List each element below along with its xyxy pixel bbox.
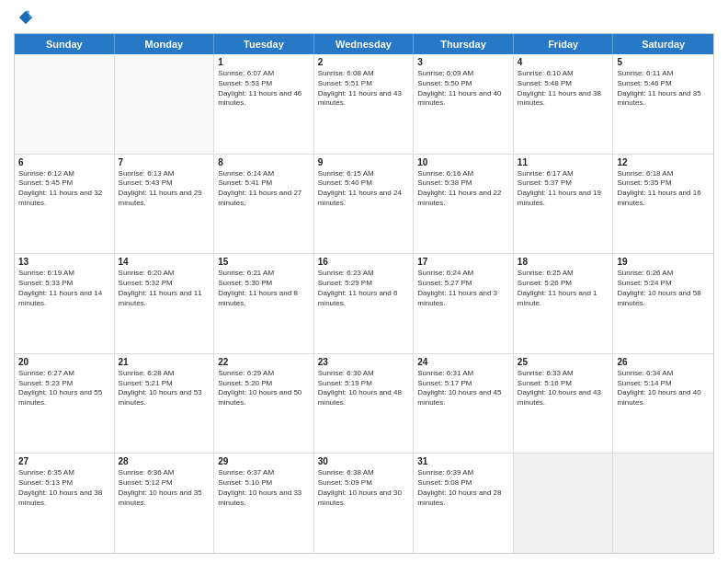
cell-info: Sunrise: 6:18 AM Sunset: 5:35 PM Dayligh…	[617, 169, 710, 209]
calendar-cell: 1Sunrise: 6:07 AM Sunset: 5:53 PM Daylig…	[214, 54, 314, 154]
day-number: 19	[617, 257, 710, 267]
cell-info: Sunrise: 6:23 AM Sunset: 5:29 PM Dayligh…	[318, 269, 410, 308]
calendar-row: 27Sunrise: 6:35 AM Sunset: 5:13 PM Dayli…	[15, 454, 713, 553]
cell-info: Sunrise: 6:31 AM Sunset: 5:17 PM Dayligh…	[417, 369, 509, 408]
day-number: 18	[518, 257, 609, 267]
day-of-week-header: Tuesday	[214, 34, 314, 54]
calendar-cell: 13Sunrise: 6:19 AM Sunset: 5:33 PM Dayli…	[15, 254, 115, 353]
cell-info: Sunrise: 6:11 AM Sunset: 5:46 PM Dayligh…	[617, 69, 710, 109]
day-number: 5	[617, 57, 710, 67]
day-number: 30	[318, 456, 410, 466]
day-number: 10	[417, 157, 509, 167]
calendar-cell: 6Sunrise: 6:12 AM Sunset: 5:45 PM Daylig…	[15, 155, 115, 254]
cell-info: Sunrise: 6:38 AM Sunset: 5:09 PM Dayligh…	[318, 468, 410, 508]
cell-info: Sunrise: 6:16 AM Sunset: 5:38 PM Dayligh…	[417, 169, 509, 209]
calendar-cell: 20Sunrise: 6:27 AM Sunset: 5:23 PM Dayli…	[15, 354, 115, 454]
day-number: 7	[119, 157, 210, 167]
calendar-cell: 25Sunrise: 6:33 AM Sunset: 5:16 PM Dayli…	[514, 354, 614, 454]
calendar-cell: 26Sunrise: 6:34 AM Sunset: 5:14 PM Dayli…	[613, 354, 713, 454]
calendar-cell: 12Sunrise: 6:18 AM Sunset: 5:35 PM Dayli…	[613, 155, 713, 254]
cell-info: Sunrise: 6:26 AM Sunset: 5:24 PM Dayligh…	[617, 269, 710, 308]
calendar-row: 13Sunrise: 6:19 AM Sunset: 5:33 PM Dayli…	[15, 254, 713, 354]
calendar-cell: 30Sunrise: 6:38 AM Sunset: 5:09 PM Dayli…	[314, 454, 415, 553]
day-number: 25	[518, 357, 609, 367]
calendar-cell: 7Sunrise: 6:13 AM Sunset: 5:43 PM Daylig…	[115, 155, 215, 254]
day-number: 8	[218, 157, 310, 167]
day-number: 4	[518, 57, 609, 67]
calendar-cell: 14Sunrise: 6:20 AM Sunset: 5:32 PM Dayli…	[115, 254, 215, 353]
day-number: 24	[417, 357, 509, 367]
logo-area	[14, 9, 36, 26]
cell-info: Sunrise: 6:15 AM Sunset: 5:40 PM Dayligh…	[318, 169, 410, 209]
day-number: 2	[318, 57, 410, 67]
day-number: 21	[119, 357, 210, 367]
calendar-cell: 16Sunrise: 6:23 AM Sunset: 5:29 PM Dayli…	[314, 254, 415, 353]
logo-icon	[17, 9, 34, 26]
calendar: SundayMondayTuesdayWednesdayThursdayFrid…	[14, 33, 714, 554]
day-number: 17	[417, 257, 509, 267]
calendar-cell: 22Sunrise: 6:29 AM Sunset: 5:20 PM Dayli…	[214, 354, 314, 454]
calendar-cell: 19Sunrise: 6:26 AM Sunset: 5:24 PM Dayli…	[613, 254, 713, 353]
calendar-cell: 28Sunrise: 6:36 AM Sunset: 5:12 PM Dayli…	[115, 454, 215, 553]
calendar-cell: 10Sunrise: 6:16 AM Sunset: 5:38 PM Dayli…	[414, 155, 514, 254]
day-number: 26	[617, 357, 710, 367]
calendar-header: SundayMondayTuesdayWednesdayThursdayFrid…	[15, 34, 713, 54]
calendar-cell	[115, 54, 215, 154]
day-number: 11	[518, 157, 609, 167]
day-of-week-header: Saturday	[613, 34, 713, 54]
day-number: 28	[119, 456, 210, 466]
cell-info: Sunrise: 6:09 AM Sunset: 5:50 PM Dayligh…	[417, 69, 509, 109]
day-number: 31	[417, 456, 509, 466]
cell-info: Sunrise: 6:19 AM Sunset: 5:33 PM Dayligh…	[18, 269, 110, 308]
calendar-cell	[613, 454, 713, 553]
calendar-cell: 17Sunrise: 6:24 AM Sunset: 5:27 PM Dayli…	[414, 254, 514, 353]
calendar-body: 1Sunrise: 6:07 AM Sunset: 5:53 PM Daylig…	[15, 54, 713, 553]
calendar-cell: 2Sunrise: 6:08 AM Sunset: 5:51 PM Daylig…	[314, 54, 415, 154]
day-number: 29	[218, 456, 310, 466]
cell-info: Sunrise: 6:27 AM Sunset: 5:23 PM Dayligh…	[18, 369, 110, 408]
day-number: 16	[318, 257, 410, 267]
calendar-row: 6Sunrise: 6:12 AM Sunset: 5:45 PM Daylig…	[15, 155, 713, 255]
cell-info: Sunrise: 6:24 AM Sunset: 5:27 PM Dayligh…	[417, 269, 509, 308]
day-number: 13	[18, 257, 110, 267]
day-number: 27	[18, 456, 110, 466]
calendar-cell: 21Sunrise: 6:28 AM Sunset: 5:21 PM Dayli…	[115, 354, 215, 454]
calendar-cell: 18Sunrise: 6:25 AM Sunset: 5:26 PM Dayli…	[514, 254, 614, 353]
cell-info: Sunrise: 6:29 AM Sunset: 5:20 PM Dayligh…	[218, 369, 310, 408]
day-of-week-header: Sunday	[15, 34, 115, 54]
cell-info: Sunrise: 6:33 AM Sunset: 5:16 PM Dayligh…	[518, 369, 609, 408]
cell-info: Sunrise: 6:13 AM Sunset: 5:43 PM Dayligh…	[119, 169, 210, 209]
cell-info: Sunrise: 6:12 AM Sunset: 5:45 PM Dayligh…	[18, 169, 110, 209]
cell-info: Sunrise: 6:34 AM Sunset: 5:14 PM Dayligh…	[617, 369, 710, 408]
cell-info: Sunrise: 6:28 AM Sunset: 5:21 PM Dayligh…	[119, 369, 210, 408]
day-number: 20	[18, 357, 110, 367]
logo	[14, 9, 36, 26]
cell-info: Sunrise: 6:20 AM Sunset: 5:32 PM Dayligh…	[119, 269, 210, 308]
cell-info: Sunrise: 6:36 AM Sunset: 5:12 PM Dayligh…	[119, 468, 210, 508]
calendar-cell: 8Sunrise: 6:14 AM Sunset: 5:41 PM Daylig…	[214, 155, 314, 254]
cell-info: Sunrise: 6:08 AM Sunset: 5:51 PM Dayligh…	[318, 69, 410, 109]
day-number: 6	[18, 157, 110, 167]
cell-info: Sunrise: 6:39 AM Sunset: 5:08 PM Dayligh…	[417, 468, 509, 508]
calendar-cell: 24Sunrise: 6:31 AM Sunset: 5:17 PM Dayli…	[414, 354, 514, 454]
day-number: 1	[218, 57, 310, 67]
page: SundayMondayTuesdayWednesdayThursdayFrid…	[0, 0, 728, 563]
cell-info: Sunrise: 6:10 AM Sunset: 5:48 PM Dayligh…	[518, 69, 609, 109]
day-number: 15	[218, 257, 310, 267]
calendar-cell: 29Sunrise: 6:37 AM Sunset: 5:10 PM Dayli…	[214, 454, 314, 553]
day-number: 12	[617, 157, 710, 167]
calendar-cell: 3Sunrise: 6:09 AM Sunset: 5:50 PM Daylig…	[414, 54, 514, 154]
day-of-week-header: Friday	[514, 34, 614, 54]
cell-info: Sunrise: 6:35 AM Sunset: 5:13 PM Dayligh…	[18, 468, 110, 508]
cell-info: Sunrise: 6:17 AM Sunset: 5:37 PM Dayligh…	[518, 169, 609, 209]
day-of-week-header: Monday	[115, 34, 215, 54]
calendar-cell: 15Sunrise: 6:21 AM Sunset: 5:30 PM Dayli…	[214, 254, 314, 353]
calendar-row: 1Sunrise: 6:07 AM Sunset: 5:53 PM Daylig…	[15, 54, 713, 155]
calendar-cell	[15, 54, 115, 154]
cell-info: Sunrise: 6:21 AM Sunset: 5:30 PM Dayligh…	[218, 269, 310, 308]
calendar-cell: 31Sunrise: 6:39 AM Sunset: 5:08 PM Dayli…	[414, 454, 514, 553]
calendar-row: 20Sunrise: 6:27 AM Sunset: 5:23 PM Dayli…	[15, 354, 713, 454]
header	[14, 9, 714, 26]
day-number: 3	[417, 57, 509, 67]
calendar-cell	[514, 454, 614, 553]
